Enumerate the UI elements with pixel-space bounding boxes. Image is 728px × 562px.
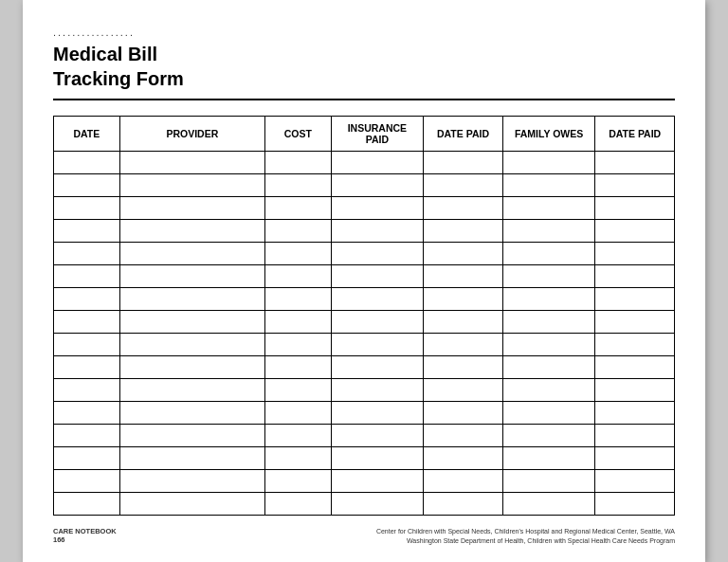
table-cell[interactable] bbox=[502, 220, 595, 243]
table-cell[interactable] bbox=[331, 356, 424, 379]
table-cell[interactable] bbox=[595, 447, 675, 470]
table-cell[interactable] bbox=[502, 152, 595, 174]
table-cell[interactable] bbox=[595, 265, 675, 288]
table-cell[interactable] bbox=[502, 243, 595, 265]
table-cell[interactable] bbox=[119, 311, 264, 334]
table-cell[interactable] bbox=[424, 356, 503, 379]
table-cell[interactable] bbox=[424, 425, 503, 447]
table-cell[interactable] bbox=[424, 311, 503, 334]
table-cell[interactable] bbox=[54, 243, 120, 265]
table-cell[interactable] bbox=[424, 197, 503, 220]
table-cell[interactable] bbox=[264, 220, 331, 243]
table-cell[interactable] bbox=[595, 356, 675, 379]
table-row[interactable] bbox=[54, 447, 675, 470]
table-cell[interactable] bbox=[424, 493, 503, 516]
table-cell[interactable] bbox=[595, 402, 675, 425]
table-cell[interactable] bbox=[54, 265, 120, 288]
table-cell[interactable] bbox=[119, 288, 264, 311]
table-cell[interactable] bbox=[54, 197, 120, 220]
table-cell[interactable] bbox=[331, 243, 424, 265]
table-row[interactable] bbox=[54, 493, 675, 516]
table-cell[interactable] bbox=[54, 334, 120, 356]
table-cell[interactable] bbox=[119, 402, 264, 425]
table-cell[interactable] bbox=[424, 152, 503, 174]
table-cell[interactable] bbox=[54, 220, 120, 243]
table-cell[interactable] bbox=[119, 379, 264, 402]
table-row[interactable] bbox=[54, 356, 675, 379]
table-row[interactable] bbox=[54, 402, 675, 425]
table-row[interactable] bbox=[54, 243, 675, 265]
table-cell[interactable] bbox=[424, 447, 503, 470]
table-row[interactable] bbox=[54, 265, 675, 288]
table-cell[interactable] bbox=[264, 197, 331, 220]
table-row[interactable] bbox=[54, 425, 675, 447]
table-cell[interactable] bbox=[54, 174, 120, 197]
table-cell[interactable] bbox=[54, 379, 120, 402]
table-cell[interactable] bbox=[119, 447, 264, 470]
table-cell[interactable] bbox=[595, 220, 675, 243]
table-cell[interactable] bbox=[264, 425, 331, 447]
table-cell[interactable] bbox=[119, 220, 264, 243]
table-cell[interactable] bbox=[264, 470, 331, 493]
table-row[interactable] bbox=[54, 379, 675, 402]
table-cell[interactable] bbox=[502, 174, 595, 197]
table-cell[interactable] bbox=[264, 356, 331, 379]
table-row[interactable] bbox=[54, 311, 675, 334]
table-cell[interactable] bbox=[424, 265, 503, 288]
table-cell[interactable] bbox=[119, 425, 264, 447]
table-cell[interactable] bbox=[264, 493, 331, 516]
table-cell[interactable] bbox=[502, 356, 595, 379]
table-cell[interactable] bbox=[54, 356, 120, 379]
table-cell[interactable] bbox=[595, 288, 675, 311]
table-cell[interactable] bbox=[502, 288, 595, 311]
table-cell[interactable] bbox=[264, 447, 331, 470]
table-cell[interactable] bbox=[331, 288, 424, 311]
table-cell[interactable] bbox=[264, 311, 331, 334]
table-row[interactable] bbox=[54, 174, 675, 197]
table-cell[interactable] bbox=[502, 265, 595, 288]
table-cell[interactable] bbox=[54, 402, 120, 425]
table-cell[interactable] bbox=[502, 470, 595, 493]
table-cell[interactable] bbox=[502, 493, 595, 516]
table-cell[interactable] bbox=[264, 402, 331, 425]
table-cell[interactable] bbox=[424, 334, 503, 356]
table-cell[interactable] bbox=[424, 379, 503, 402]
table-cell[interactable] bbox=[331, 334, 424, 356]
table-cell[interactable] bbox=[264, 379, 331, 402]
table-cell[interactable] bbox=[424, 288, 503, 311]
table-cell[interactable] bbox=[595, 243, 675, 265]
table-cell[interactable] bbox=[502, 425, 595, 447]
table-cell[interactable] bbox=[331, 311, 424, 334]
table-cell[interactable] bbox=[264, 174, 331, 197]
table-cell[interactable] bbox=[331, 220, 424, 243]
table-cell[interactable] bbox=[119, 243, 264, 265]
table-cell[interactable] bbox=[502, 402, 595, 425]
table-cell[interactable] bbox=[119, 493, 264, 516]
table-row[interactable] bbox=[54, 288, 675, 311]
table-cell[interactable] bbox=[595, 470, 675, 493]
table-row[interactable] bbox=[54, 470, 675, 493]
table-cell[interactable] bbox=[264, 334, 331, 356]
table-cell[interactable] bbox=[54, 425, 120, 447]
table-cell[interactable] bbox=[595, 311, 675, 334]
table-cell[interactable] bbox=[595, 152, 675, 174]
table-cell[interactable] bbox=[331, 265, 424, 288]
table-row[interactable] bbox=[54, 152, 675, 174]
table-row[interactable] bbox=[54, 220, 675, 243]
table-cell[interactable] bbox=[331, 447, 424, 470]
table-cell[interactable] bbox=[424, 174, 503, 197]
table-cell[interactable] bbox=[119, 152, 264, 174]
table-cell[interactable] bbox=[502, 379, 595, 402]
table-cell[interactable] bbox=[54, 152, 120, 174]
table-cell[interactable] bbox=[502, 334, 595, 356]
table-cell[interactable] bbox=[331, 493, 424, 516]
table-cell[interactable] bbox=[331, 470, 424, 493]
table-cell[interactable] bbox=[595, 493, 675, 516]
table-cell[interactable] bbox=[54, 493, 120, 516]
table-cell[interactable] bbox=[54, 447, 120, 470]
table-cell[interactable] bbox=[264, 243, 331, 265]
table-row[interactable] bbox=[54, 197, 675, 220]
table-cell[interactable] bbox=[331, 174, 424, 197]
table-cell[interactable] bbox=[264, 152, 331, 174]
table-cell[interactable] bbox=[502, 197, 595, 220]
